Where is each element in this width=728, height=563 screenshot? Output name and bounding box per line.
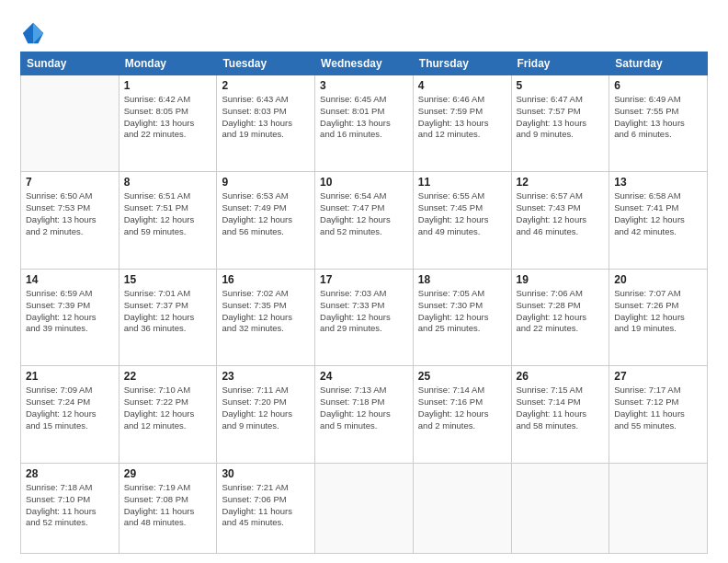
cell-date: 20: [614, 273, 702, 286]
calendar-cell: 2Sunrise: 6:43 AM Sunset: 8:03 PM Daylig…: [217, 75, 315, 172]
cell-date: 23: [222, 370, 310, 383]
calendar-cell: 9Sunrise: 6:53 AM Sunset: 7:49 PM Daylig…: [217, 172, 315, 269]
cell-date: 7: [26, 176, 114, 189]
day-header-monday: Monday: [119, 52, 217, 75]
header-row: SundayMondayTuesdayWednesdayThursdayFrid…: [21, 52, 708, 75]
day-header-sunday: Sunday: [21, 52, 119, 75]
calendar-cell: 28Sunrise: 7:18 AM Sunset: 7:10 PM Dayli…: [21, 463, 119, 553]
calendar-cell: 22Sunrise: 7:10 AM Sunset: 7:22 PM Dayli…: [119, 366, 217, 463]
calendar-cell: 29Sunrise: 7:19 AM Sunset: 7:08 PM Dayli…: [119, 463, 217, 553]
week-row-2: 7Sunrise: 6:50 AM Sunset: 7:53 PM Daylig…: [21, 172, 708, 269]
calendar-cell: 14Sunrise: 6:59 AM Sunset: 7:39 PM Dayli…: [21, 269, 119, 365]
cell-date: 14: [26, 273, 114, 286]
day-header-wednesday: Wednesday: [315, 52, 414, 75]
calendar: SundayMondayTuesdayWednesdayThursdayFrid…: [20, 52, 708, 554]
cell-date: 13: [614, 176, 702, 189]
calendar-cell: 11Sunrise: 6:55 AM Sunset: 7:45 PM Dayli…: [413, 172, 511, 269]
day-header-tuesday: Tuesday: [217, 52, 315, 75]
week-row-3: 14Sunrise: 6:59 AM Sunset: 7:39 PM Dayli…: [21, 269, 708, 365]
cell-date: 11: [418, 176, 506, 189]
calendar-cell: 26Sunrise: 7:15 AM Sunset: 7:14 PM Dayli…: [511, 366, 609, 463]
calendar-cell: 4Sunrise: 6:46 AM Sunset: 7:59 PM Daylig…: [413, 75, 511, 172]
calendar-cell: 24Sunrise: 7:13 AM Sunset: 7:18 PM Dayli…: [315, 366, 414, 463]
cell-info: Sunrise: 6:47 AM Sunset: 7:57 PM Dayligh…: [517, 94, 605, 141]
calendar-cell: 16Sunrise: 7:02 AM Sunset: 7:35 PM Dayli…: [217, 269, 315, 365]
calendar-cell: 18Sunrise: 7:05 AM Sunset: 7:30 PM Dayli…: [413, 269, 511, 365]
week-row-5: 28Sunrise: 7:18 AM Sunset: 7:10 PM Dayli…: [21, 463, 708, 553]
cell-info: Sunrise: 7:10 AM Sunset: 7:22 PM Dayligh…: [124, 385, 212, 431]
cell-date: 1: [124, 79, 212, 92]
calendar-cell: 8Sunrise: 6:51 AM Sunset: 7:51 PM Daylig…: [119, 172, 217, 269]
cell-info: Sunrise: 7:19 AM Sunset: 7:08 PM Dayligh…: [124, 482, 212, 529]
cell-info: Sunrise: 7:14 AM Sunset: 7:16 PM Dayligh…: [418, 385, 506, 431]
cell-date: 3: [320, 79, 408, 92]
cell-date: 22: [124, 370, 212, 383]
calendar-cell: [315, 463, 414, 553]
calendar-cell: 20Sunrise: 7:07 AM Sunset: 7:26 PM Dayli…: [609, 269, 708, 365]
cell-info: Sunrise: 6:51 AM Sunset: 7:51 PM Dayligh…: [124, 190, 212, 237]
cell-info: Sunrise: 6:42 AM Sunset: 8:05 PM Dayligh…: [124, 94, 212, 141]
cell-date: 24: [320, 370, 408, 383]
cell-info: Sunrise: 7:17 AM Sunset: 7:12 PM Dayligh…: [614, 385, 702, 431]
calendar-cell: 13Sunrise: 6:58 AM Sunset: 7:41 PM Dayli…: [609, 172, 708, 269]
cell-date: 18: [418, 273, 506, 286]
calendar-cell: 27Sunrise: 7:17 AM Sunset: 7:12 PM Dayli…: [609, 366, 708, 463]
cell-info: Sunrise: 7:13 AM Sunset: 7:18 PM Dayligh…: [320, 385, 408, 431]
calendar-cell: 1Sunrise: 6:42 AM Sunset: 8:05 PM Daylig…: [119, 75, 217, 172]
cell-date: 17: [320, 273, 408, 286]
calendar-cell: [413, 463, 511, 553]
cell-date: 26: [517, 370, 605, 383]
cell-date: 2: [222, 79, 310, 92]
cell-info: Sunrise: 6:50 AM Sunset: 7:53 PM Dayligh…: [26, 190, 114, 237]
cell-date: 29: [124, 467, 212, 480]
day-header-saturday: Saturday: [609, 52, 708, 75]
day-header-thursday: Thursday: [413, 52, 511, 75]
cell-date: 6: [614, 79, 702, 92]
calendar-cell: [609, 463, 708, 553]
calendar-cell: 21Sunrise: 7:09 AM Sunset: 7:24 PM Dayli…: [21, 366, 119, 463]
calendar-cell: 30Sunrise: 7:21 AM Sunset: 7:06 PM Dayli…: [217, 463, 315, 553]
cell-info: Sunrise: 7:21 AM Sunset: 7:06 PM Dayligh…: [222, 482, 310, 529]
cell-info: Sunrise: 6:58 AM Sunset: 7:41 PM Dayligh…: [614, 190, 702, 237]
cell-info: Sunrise: 7:15 AM Sunset: 7:14 PM Dayligh…: [517, 385, 605, 431]
cell-info: Sunrise: 6:57 AM Sunset: 7:43 PM Dayligh…: [517, 190, 605, 237]
calendar-cell: 17Sunrise: 7:03 AM Sunset: 7:33 PM Dayli…: [315, 269, 414, 365]
cell-info: Sunrise: 7:05 AM Sunset: 7:30 PM Dayligh…: [418, 288, 506, 335]
calendar-cell: 3Sunrise: 6:45 AM Sunset: 8:01 PM Daylig…: [315, 75, 414, 172]
cell-date: 9: [222, 176, 310, 189]
cell-info: Sunrise: 7:03 AM Sunset: 7:33 PM Dayligh…: [320, 288, 408, 335]
week-row-1: 1Sunrise: 6:42 AM Sunset: 8:05 PM Daylig…: [21, 75, 708, 172]
cell-info: Sunrise: 6:54 AM Sunset: 7:47 PM Dayligh…: [320, 190, 408, 237]
cell-info: Sunrise: 6:46 AM Sunset: 7:59 PM Dayligh…: [418, 94, 506, 141]
cell-date: 15: [124, 273, 212, 286]
cell-date: 16: [222, 273, 310, 286]
calendar-cell: [511, 463, 609, 553]
cell-info: Sunrise: 6:53 AM Sunset: 7:49 PM Dayligh…: [222, 190, 310, 237]
cell-date: 4: [418, 79, 506, 92]
week-row-4: 21Sunrise: 7:09 AM Sunset: 7:24 PM Dayli…: [21, 366, 708, 463]
cell-date: 19: [517, 273, 605, 286]
calendar-cell: 15Sunrise: 7:01 AM Sunset: 7:37 PM Dayli…: [119, 269, 217, 365]
cell-info: Sunrise: 6:55 AM Sunset: 7:45 PM Dayligh…: [418, 190, 506, 237]
cell-info: Sunrise: 7:01 AM Sunset: 7:37 PM Dayligh…: [124, 288, 212, 335]
day-header-friday: Friday: [511, 52, 609, 75]
calendar-cell: 23Sunrise: 7:11 AM Sunset: 7:20 PM Dayli…: [217, 366, 315, 463]
calendar-cell: 12Sunrise: 6:57 AM Sunset: 7:43 PM Dayli…: [511, 172, 609, 269]
cell-info: Sunrise: 7:06 AM Sunset: 7:28 PM Dayligh…: [517, 288, 605, 335]
cell-date: 27: [614, 370, 702, 383]
cell-info: Sunrise: 7:07 AM Sunset: 7:26 PM Dayligh…: [614, 288, 702, 335]
cell-date: 30: [222, 467, 310, 480]
cell-date: 10: [320, 176, 408, 189]
cell-info: Sunrise: 7:11 AM Sunset: 7:20 PM Dayligh…: [222, 385, 310, 431]
calendar-cell: 5Sunrise: 6:47 AM Sunset: 7:57 PM Daylig…: [511, 75, 609, 172]
cell-info: Sunrise: 7:09 AM Sunset: 7:24 PM Dayligh…: [26, 385, 114, 431]
calendar-cell: [21, 75, 119, 172]
calendar-cell: 19Sunrise: 7:06 AM Sunset: 7:28 PM Dayli…: [511, 269, 609, 365]
cell-info: Sunrise: 6:49 AM Sunset: 7:55 PM Dayligh…: [614, 94, 702, 141]
cell-date: 28: [26, 467, 114, 480]
calendar-cell: 25Sunrise: 7:14 AM Sunset: 7:16 PM Dayli…: [413, 366, 511, 463]
calendar-cell: 6Sunrise: 6:49 AM Sunset: 7:55 PM Daylig…: [609, 75, 708, 172]
cell-info: Sunrise: 6:59 AM Sunset: 7:39 PM Dayligh…: [26, 288, 114, 335]
header: [20, 17, 708, 46]
logo-icon: [20, 20, 46, 46]
